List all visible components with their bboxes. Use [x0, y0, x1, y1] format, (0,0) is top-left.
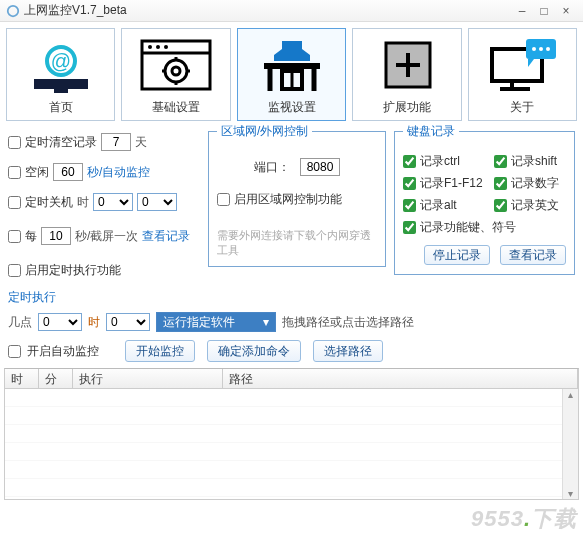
svg-rect-2 — [54, 89, 68, 93]
shutdown-checkbox[interactable] — [8, 196, 21, 209]
kb-f1f12-label: 记录F1-F12 — [420, 175, 490, 192]
app-icon — [6, 4, 20, 18]
kb-ctrl-checkbox[interactable] — [403, 155, 416, 168]
kb-num-checkbox[interactable] — [494, 177, 507, 190]
left-column: 定时清空记录 天 空闲 秒/自动监控 定时关机 时 0 0 每 秒/截屏一次 查… — [8, 131, 200, 281]
right-column: 键盘记录 记录ctrl 记录shift 记录F1-F12 记录数字 记录alt … — [394, 131, 575, 281]
enable-area-checkbox[interactable] — [217, 193, 230, 206]
port-input[interactable] — [300, 158, 340, 176]
enable-area-label: 启用区域网控制功能 — [234, 191, 342, 208]
clear-log-checkbox[interactable] — [8, 136, 21, 149]
keyboard-legend: 键盘记录 — [403, 123, 459, 140]
chevron-down-icon: ▾ — [263, 315, 269, 329]
scrollbar[interactable]: ▴▾ — [562, 389, 578, 499]
keyboard-group: 键盘记录 记录ctrl 记录shift 记录F1-F12 记录数字 记录alt … — [394, 131, 575, 275]
titlebar: 上网监控V1.7_beta – □ × — [0, 0, 583, 22]
enable-timer-checkbox[interactable] — [8, 264, 21, 277]
toolbar-about[interactable]: 关于 — [468, 28, 577, 121]
auto-monitor-checkbox[interactable] — [8, 345, 21, 358]
clear-log-label: 定时清空记录 — [25, 134, 97, 151]
svg-point-28 — [532, 47, 536, 51]
kb-alt-checkbox[interactable] — [403, 199, 416, 212]
idle-unit: 秒/自动监控 — [87, 164, 150, 181]
th-action[interactable]: 执行 — [73, 369, 223, 388]
monitor-chat-icon — [471, 33, 574, 97]
area-control-group: 区域网/外网控制 端口： 启用区域网控制功能 需要外网连接请下载个内网穿透工具 — [208, 131, 386, 267]
enable-timer-label: 启用定时执行功能 — [25, 262, 121, 279]
toolbar-monitor-settings[interactable]: 监视设置 — [237, 28, 346, 121]
home-icon: @ — [9, 33, 112, 97]
toolbar-label: 基础设置 — [152, 99, 200, 116]
middle-column: 区域网/外网控制 端口： 启用区域网控制功能 需要外网连接请下载个内网穿透工具 — [208, 131, 386, 281]
svg-rect-16 — [264, 63, 320, 69]
kb-shift-label: 记录shift — [511, 153, 557, 170]
idle-label: 空闲 — [25, 164, 49, 181]
every-checkbox[interactable] — [8, 230, 21, 243]
every-input[interactable] — [41, 227, 71, 245]
svg-rect-1 — [34, 79, 88, 89]
schedule-at-label: 几点 — [8, 314, 32, 331]
svg-point-30 — [546, 47, 550, 51]
toolbar-label: 关于 — [510, 99, 534, 116]
plus-box-icon — [355, 33, 458, 97]
kb-view-button[interactable]: 查看记录 — [500, 245, 566, 265]
th-path[interactable]: 路径 — [223, 369, 578, 388]
kb-en-label: 记录英文 — [511, 197, 559, 214]
shutdown-hour-label: 时 — [77, 194, 89, 211]
kb-sym-label: 记录功能键、符号 — [420, 219, 516, 236]
shutdown-minute-select[interactable]: 0 — [137, 193, 177, 211]
scroll-down-icon[interactable]: ▾ — [568, 488, 573, 499]
schedule-hour-select[interactable]: 0 — [38, 313, 82, 331]
scroll-up-icon[interactable]: ▴ — [568, 389, 573, 400]
close-button[interactable]: × — [555, 4, 577, 18]
settings-window-icon — [124, 33, 227, 97]
idle-input[interactable] — [53, 163, 83, 181]
kb-sym-checkbox[interactable] — [403, 221, 416, 234]
add-command-button[interactable]: 确定添加命令 — [207, 340, 301, 362]
kb-en-checkbox[interactable] — [494, 199, 507, 212]
kb-shift-checkbox[interactable] — [494, 155, 507, 168]
toolbar-label: 首页 — [49, 99, 73, 116]
every-label: 每 — [25, 228, 37, 245]
minimize-button[interactable]: – — [511, 4, 533, 18]
schedule-action-label: 运行指定软件 — [163, 314, 235, 331]
kb-num-label: 记录数字 — [511, 175, 559, 192]
port-label: 端口： — [254, 159, 290, 176]
kb-ctrl-label: 记录ctrl — [420, 153, 490, 170]
kb-alt-label: 记录alt — [420, 197, 490, 214]
kb-f1f12-checkbox[interactable] — [403, 177, 416, 190]
window-title: 上网监控V1.7_beta — [24, 2, 511, 19]
toolbar-basic-settings[interactable]: 基础设置 — [121, 28, 230, 121]
svg-point-11 — [172, 67, 180, 75]
choose-path-button[interactable]: 选择路径 — [313, 340, 383, 362]
schedule-hint: 拖拽路径或点击选择路径 — [282, 314, 414, 331]
idle-checkbox[interactable] — [8, 166, 21, 179]
toolbar-extensions[interactable]: 扩展功能 — [352, 28, 461, 121]
svg-point-9 — [164, 45, 168, 49]
schedule-action-select[interactable]: 运行指定软件 ▾ — [156, 312, 276, 332]
svg-point-7 — [148, 45, 152, 49]
table-header: 时 分 执行 路径 — [5, 369, 578, 389]
toolbar-home[interactable]: @ 首页 — [6, 28, 115, 121]
schedule-minute-select[interactable]: 0 — [106, 313, 150, 331]
watermark: 9553.下载 — [471, 504, 577, 534]
area-legend: 区域网/外网控制 — [217, 123, 312, 140]
every-unit: 秒/截屏一次 — [75, 228, 138, 245]
th-minute[interactable]: 分 — [39, 369, 73, 388]
schedule-heading: 定时执行 — [8, 289, 575, 306]
toolbar-label: 监视设置 — [268, 99, 316, 116]
schedule-table: 时 分 执行 路径 ▴▾ — [4, 368, 579, 500]
th-hour[interactable]: 时 — [5, 369, 39, 388]
view-log-link[interactable]: 查看记录 — [142, 228, 190, 245]
maximize-button[interactable]: □ — [533, 4, 555, 18]
shutdown-hour-select[interactable]: 0 — [93, 193, 133, 211]
clear-log-input[interactable] — [101, 133, 131, 151]
start-monitor-button[interactable]: 开始监控 — [125, 340, 195, 362]
area-tip: 需要外网连接请下载个内网穿透工具 — [217, 228, 377, 258]
clear-log-unit: 天 — [135, 134, 147, 151]
desk-icon — [240, 33, 343, 97]
watermark-b: 下载 — [531, 506, 577, 531]
toolbar-label: 扩展功能 — [383, 99, 431, 116]
svg-point-29 — [539, 47, 543, 51]
kb-stop-button[interactable]: 停止记录 — [424, 245, 490, 265]
